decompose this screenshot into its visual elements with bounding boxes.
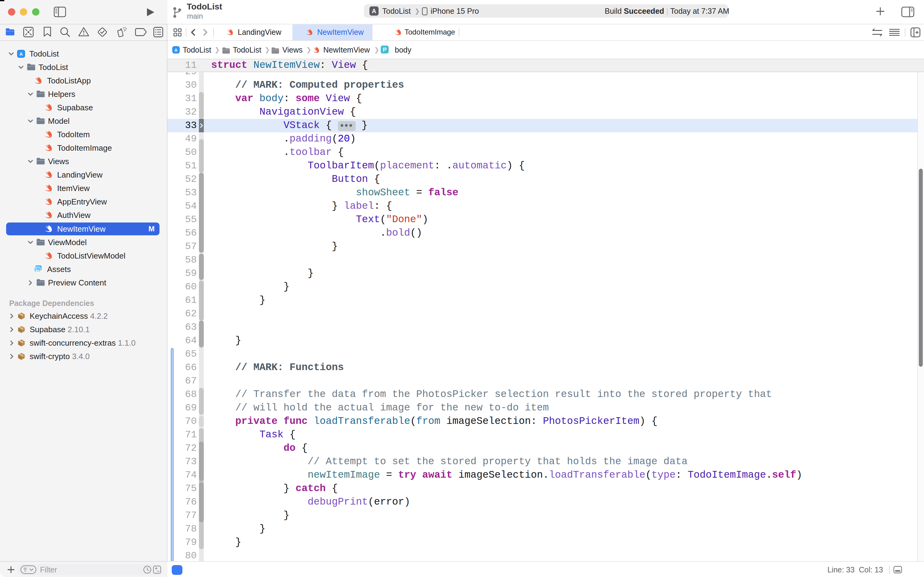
svg-text:A: A — [19, 52, 23, 56]
svg-text:A: A — [174, 48, 177, 53]
